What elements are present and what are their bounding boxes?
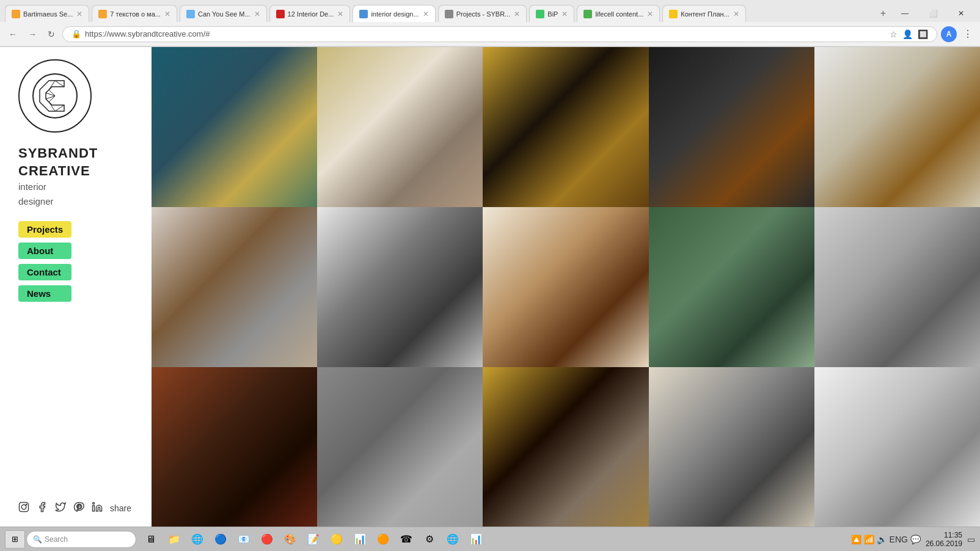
svg-line-2 [49, 81, 55, 90]
gallery-image-5 [814, 47, 980, 207]
browser-tab-tab1[interactable]: Bartimaeus Se... ✕ [5, 5, 89, 22]
browser-tab-tab6[interactable]: Projects - SYBR... ✕ [438, 5, 527, 22]
browser-tab-tab3[interactable]: Can You See M... ✕ [180, 5, 267, 22]
browser-tab-tab8[interactable]: lifecell content... ✕ [577, 5, 660, 22]
gallery-image-9 [649, 207, 814, 367]
contact-nav-button[interactable]: Contact [18, 264, 71, 280]
gallery-item-4[interactable] [649, 47, 814, 207]
taskbar: ⊞ 🔍 Search 🖥 📁 🌐 🔵 📧 🔴 🎨 📝 🟡 📊 🟠 ☎ ⚙ 🌐 📊… [0, 527, 980, 527]
gallery-image-6 [152, 207, 317, 367]
extension-icon[interactable]: 🔲 [918, 29, 928, 39]
browser-tab-tab9[interactable]: Контент План... ✕ [662, 5, 746, 22]
svg-line-7 [49, 102, 55, 111]
gallery-item-5[interactable] [814, 47, 980, 207]
gallery-item-2[interactable] [317, 47, 483, 207]
browser-menu-icon[interactable]: ⋮ [960, 26, 975, 42]
gallery-item-14[interactable] [649, 367, 814, 527]
browser-tab-tab4[interactable]: 12 Interior De... ✕ [269, 5, 351, 22]
window-controls: — ⬜ ✕ [891, 5, 980, 22]
gallery-item-7[interactable] [317, 207, 483, 367]
svg-rect-10 [20, 503, 29, 512]
gallery-image-4 [649, 47, 814, 207]
maximize-button[interactable]: ⬜ [919, 5, 947, 22]
minimize-button[interactable]: — [891, 5, 919, 22]
svg-line-8 [55, 81, 64, 87]
user-icon[interactable]: 👤 [902, 29, 913, 39]
gallery-image-14 [649, 367, 814, 527]
browser-tab-tab2[interactable]: 7 текстов о ма... ✕ [92, 5, 177, 22]
gallery-image-11 [152, 367, 317, 527]
sidebar: SYBRANDT CREATIVE interior designer Proj… [0, 47, 152, 527]
gallery-item-13[interactable] [483, 367, 648, 527]
pinterest-icon[interactable] [73, 502, 84, 515]
facebook-icon[interactable] [37, 502, 48, 515]
gallery-item-3[interactable] [483, 47, 648, 207]
website-content: SYBRANDT CREATIVE interior designer Proj… [0, 47, 980, 527]
svg-line-9 [55, 105, 64, 111]
gallery-image-7 [317, 207, 483, 367]
brand-name: SYBRANDT CREATIVE interior designer [18, 145, 98, 221]
news-nav-button[interactable]: News [18, 285, 71, 302]
refresh-button[interactable]: ↻ [44, 27, 59, 42]
gallery-grid [152, 47, 980, 527]
gallery-image-1 [152, 47, 317, 207]
gallery-item-1[interactable] [152, 47, 317, 207]
gallery-item-15[interactable] [814, 367, 980, 527]
url-text: https://www.sybrandtcreative.com/# [85, 29, 210, 38]
gallery-item-8[interactable] [483, 207, 648, 367]
projects-nav-button[interactable]: Projects [18, 221, 71, 238]
logo-svg [31, 71, 79, 120]
gallery-image-10 [814, 207, 980, 367]
new-tab-button[interactable]: + [876, 8, 891, 19]
navigation-menu: Projects About Contact News [18, 221, 71, 302]
gallery-item-11[interactable] [152, 367, 317, 527]
gallery-image-15 [814, 367, 980, 527]
linkedin-icon[interactable] [92, 502, 103, 515]
about-nav-button[interactable]: About [18, 243, 71, 259]
logo-circle [18, 59, 92, 133]
gallery-item-12[interactable] [317, 367, 483, 527]
tab-bar: Bartimaeus Se... ✕ 7 текстов о ма... ✕ C… [0, 0, 980, 22]
url-bar[interactable]: 🔒 https://www.sybrandtcreative.com/# ☆ 👤… [62, 26, 937, 42]
svg-point-14 [93, 503, 95, 505]
browser-tab-tab5[interactable]: interior design... ✕ [353, 5, 435, 22]
social-icons: share [18, 502, 131, 515]
svg-point-12 [26, 504, 27, 505]
forward-button[interactable]: → [24, 27, 40, 42]
svg-point-11 [21, 505, 26, 509]
back-button[interactable]: ← [5, 27, 21, 42]
gallery-image-2 [317, 47, 483, 207]
svg-rect-13 [93, 506, 95, 511]
gallery-image-3 [483, 47, 648, 207]
close-button[interactable]: ✕ [947, 5, 975, 22]
profile-avatar[interactable]: A [941, 26, 957, 42]
instagram-icon[interactable] [18, 502, 29, 515]
star-icon[interactable]: ☆ [890, 29, 898, 39]
gallery-image-13 [483, 367, 648, 527]
address-bar: ← → ↻ 🔒 https://www.sybrandtcreative.com… [0, 22, 980, 46]
share-text[interactable]: share [110, 503, 131, 513]
twitter-icon[interactable] [55, 502, 66, 515]
gallery-item-9[interactable] [649, 207, 814, 367]
gallery-image-8 [483, 207, 648, 367]
address-bar-icons: ☆ 👤 🔲 [890, 29, 928, 39]
browser-tab-tab7[interactable]: BiP ✕ [529, 5, 574, 22]
browser-chrome: Bartimaeus Se... ✕ 7 текстов о ма... ✕ C… [0, 0, 980, 47]
gallery-item-10[interactable] [814, 207, 980, 367]
gallery-item-6[interactable] [152, 207, 317, 367]
gallery-image-12 [317, 367, 483, 527]
